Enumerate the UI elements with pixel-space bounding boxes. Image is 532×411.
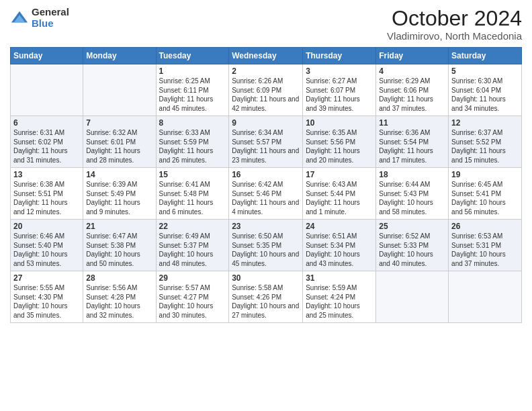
day-number: 8 (159, 118, 226, 128)
title-block: October 2024 Vladimirovo, North Macedoni… (387, 7, 522, 42)
day-info: Sunrise: 6:27 AMSunset: 6:07 PMDaylight:… (306, 77, 373, 113)
logo-blue-text: Blue (32, 18, 69, 30)
day-info: Sunrise: 6:47 AMSunset: 5:38 PMDaylight:… (86, 232, 152, 268)
table-row: 24Sunrise: 6:51 AMSunset: 5:34 PMDayligh… (303, 220, 376, 271)
calendar-week-row: 27Sunrise: 5:55 AMSunset: 4:30 PMDayligh… (11, 271, 522, 323)
day-number: 24 (306, 222, 373, 231)
day-number: 17 (306, 170, 373, 179)
col-saturday: Saturday (449, 48, 522, 64)
day-number: 20 (13, 222, 80, 231)
day-number: 21 (86, 222, 152, 231)
logo: General Blue (10, 7, 69, 29)
col-friday: Friday (376, 48, 449, 64)
day-number: 7 (86, 118, 152, 128)
table-row: 21Sunrise: 6:47 AMSunset: 5:38 PMDayligh… (83, 220, 156, 271)
day-number: 26 (451, 222, 519, 231)
day-info: Sunrise: 6:32 AMSunset: 6:01 PMDaylight:… (86, 128, 152, 165)
table-row (376, 271, 449, 323)
calendar-week-row: 20Sunrise: 6:46 AMSunset: 5:40 PMDayligh… (11, 220, 522, 271)
day-number: 10 (306, 118, 373, 128)
table-row (83, 64, 156, 116)
table-row (449, 271, 522, 323)
day-number: 1 (159, 66, 226, 76)
table-row: 9Sunrise: 6:34 AMSunset: 5:57 PMDaylight… (229, 116, 303, 168)
day-info: Sunrise: 6:53 AMSunset: 5:31 PMDaylight:… (451, 232, 519, 268)
calendar-week-row: 6Sunrise: 6:31 AMSunset: 6:02 PMDaylight… (11, 116, 522, 168)
day-number: 9 (232, 118, 300, 128)
table-row: 28Sunrise: 5:56 AMSunset: 4:28 PMDayligh… (83, 271, 156, 323)
table-row: 13Sunrise: 6:38 AMSunset: 5:51 PMDayligh… (11, 168, 83, 220)
table-row: 30Sunrise: 5:58 AMSunset: 4:26 PMDayligh… (229, 271, 303, 323)
table-row: 4Sunrise: 6:29 AMSunset: 6:06 PMDaylight… (376, 64, 449, 116)
day-info: Sunrise: 6:49 AMSunset: 5:37 PMDaylight:… (159, 232, 226, 268)
day-info: Sunrise: 6:34 AMSunset: 5:57 PMDaylight:… (232, 128, 300, 165)
table-row: 26Sunrise: 6:53 AMSunset: 5:31 PMDayligh… (449, 220, 522, 271)
table-row: 12Sunrise: 6:37 AMSunset: 5:52 PMDayligh… (449, 116, 522, 168)
day-info: Sunrise: 6:39 AMSunset: 5:49 PMDaylight:… (86, 180, 152, 216)
col-thursday: Thursday (303, 48, 376, 64)
day-info: Sunrise: 6:33 AMSunset: 5:59 PMDaylight:… (159, 128, 226, 165)
table-row: 10Sunrise: 6:35 AMSunset: 5:56 PMDayligh… (303, 116, 376, 168)
calendar-page: General Blue October 2024 Vladimirovo, N… (0, 0, 532, 411)
table-row: 31Sunrise: 5:59 AMSunset: 4:24 PMDayligh… (303, 271, 376, 323)
table-row: 7Sunrise: 6:32 AMSunset: 6:01 PMDaylight… (83, 116, 156, 168)
day-info: Sunrise: 6:38 AMSunset: 5:51 PMDaylight:… (13, 180, 80, 216)
col-wednesday: Wednesday (229, 48, 303, 64)
day-number: 23 (232, 222, 300, 231)
day-number: 16 (232, 170, 300, 179)
day-number: 11 (379, 118, 445, 128)
logo-general-text: General (32, 7, 69, 18)
location-subtitle: Vladimirovo, North Macedonia (387, 30, 522, 42)
calendar-week-row: 13Sunrise: 6:38 AMSunset: 5:51 PMDayligh… (11, 168, 522, 220)
table-row: 17Sunrise: 6:43 AMSunset: 5:44 PMDayligh… (303, 168, 376, 220)
table-row: 5Sunrise: 6:30 AMSunset: 6:04 PMDaylight… (449, 64, 522, 116)
day-info: Sunrise: 6:52 AMSunset: 5:33 PMDaylight:… (379, 232, 445, 268)
day-info: Sunrise: 5:56 AMSunset: 4:28 PMDaylight:… (86, 283, 152, 320)
day-info: Sunrise: 6:35 AMSunset: 5:56 PMDaylight:… (306, 128, 373, 165)
day-number: 2 (232, 66, 300, 76)
day-number: 14 (86, 170, 152, 179)
day-info: Sunrise: 6:29 AMSunset: 6:06 PMDaylight:… (379, 77, 445, 113)
day-info: Sunrise: 6:50 AMSunset: 5:35 PMDaylight:… (232, 232, 300, 268)
table-row: 2Sunrise: 6:26 AMSunset: 6:09 PMDaylight… (229, 64, 303, 116)
day-info: Sunrise: 6:51 AMSunset: 5:34 PMDaylight:… (306, 232, 373, 268)
day-info: Sunrise: 6:26 AMSunset: 6:09 PMDaylight:… (232, 77, 300, 113)
page-header: General Blue October 2024 Vladimirovo, N… (10, 7, 522, 42)
day-number: 12 (451, 118, 519, 128)
table-row: 16Sunrise: 6:42 AMSunset: 5:46 PMDayligh… (229, 168, 303, 220)
day-number: 18 (379, 170, 445, 179)
table-row: 8Sunrise: 6:33 AMSunset: 5:59 PMDaylight… (156, 116, 229, 168)
table-row: 22Sunrise: 6:49 AMSunset: 5:37 PMDayligh… (156, 220, 229, 271)
day-info: Sunrise: 6:46 AMSunset: 5:40 PMDaylight:… (13, 232, 80, 268)
day-info: Sunrise: 6:44 AMSunset: 5:43 PMDaylight:… (379, 180, 445, 216)
col-sunday: Sunday (11, 48, 83, 64)
table-row: 3Sunrise: 6:27 AMSunset: 6:07 PMDaylight… (303, 64, 376, 116)
day-number: 6 (13, 118, 80, 128)
day-number: 25 (379, 222, 445, 231)
day-number: 15 (159, 170, 226, 179)
day-info: Sunrise: 5:55 AMSunset: 4:30 PMDaylight:… (13, 283, 80, 320)
day-number: 30 (232, 273, 300, 283)
day-number: 29 (159, 273, 226, 283)
table-row: 19Sunrise: 6:45 AMSunset: 5:41 PMDayligh… (449, 168, 522, 220)
table-row (11, 64, 83, 116)
table-row: 27Sunrise: 5:55 AMSunset: 4:30 PMDayligh… (11, 271, 83, 323)
day-info: Sunrise: 6:31 AMSunset: 6:02 PMDaylight:… (13, 128, 80, 165)
day-info: Sunrise: 6:41 AMSunset: 5:48 PMDaylight:… (159, 180, 226, 216)
day-number: 22 (159, 222, 226, 231)
table-row: 23Sunrise: 6:50 AMSunset: 5:35 PMDayligh… (229, 220, 303, 271)
col-tuesday: Tuesday (156, 48, 229, 64)
calendar-header-row: Sunday Monday Tuesday Wednesday Thursday… (11, 48, 522, 64)
day-info: Sunrise: 6:25 AMSunset: 6:11 PMDaylight:… (159, 77, 226, 113)
table-row: 11Sunrise: 6:36 AMSunset: 5:54 PMDayligh… (376, 116, 449, 168)
day-info: Sunrise: 6:30 AMSunset: 6:04 PMDaylight:… (451, 77, 519, 113)
month-title: October 2024 (387, 7, 522, 30)
day-info: Sunrise: 6:36 AMSunset: 5:54 PMDaylight:… (379, 128, 445, 165)
table-row: 20Sunrise: 6:46 AMSunset: 5:40 PMDayligh… (11, 220, 83, 271)
day-number: 13 (13, 170, 80, 179)
logo-text: General Blue (32, 7, 69, 29)
table-row: 18Sunrise: 6:44 AMSunset: 5:43 PMDayligh… (376, 168, 449, 220)
calendar-table: Sunday Monday Tuesday Wednesday Thursday… (10, 47, 522, 323)
day-info: Sunrise: 5:59 AMSunset: 4:24 PMDaylight:… (306, 283, 373, 320)
calendar-week-row: 1Sunrise: 6:25 AMSunset: 6:11 PMDaylight… (11, 64, 522, 116)
